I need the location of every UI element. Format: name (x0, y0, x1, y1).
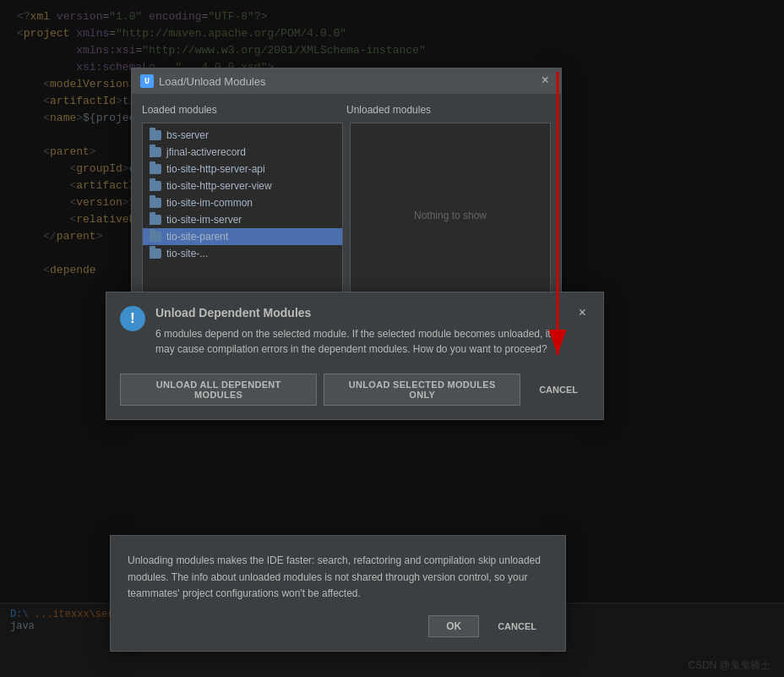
modules-header: Loaded modules Unloaded modules (142, 104, 551, 116)
dependent-title: Unload Dependent Modules (155, 306, 564, 319)
unloaded-modules-label: Unloaded modules (346, 104, 551, 116)
list-item[interactable]: tio-site-parent (143, 228, 342, 245)
folder-icon (150, 130, 161, 140)
modules-content: bs-server jfinal-activerecord tio-site-h… (142, 123, 551, 308)
module-name: tio-site-... (166, 248, 208, 259)
cancel-button[interactable]: CANCEL (527, 374, 590, 406)
folder-icon (150, 181, 161, 191)
ok-button[interactable]: OK (428, 615, 479, 637)
close-icon[interactable]: × (574, 306, 590, 321)
dependent-description: 6 modules depend on the selected module.… (155, 326, 564, 357)
module-name: tio-site-im-server (166, 214, 242, 226)
loaded-modules-list[interactable]: bs-server jfinal-activerecord tio-site-h… (142, 123, 343, 308)
list-item[interactable]: tio-site-... (143, 245, 342, 262)
list-item[interactable]: jfinal-activerecord (143, 144, 342, 161)
list-item[interactable]: tio-site-im-common (143, 194, 342, 211)
dialog-title: Load/Unload Modules (159, 75, 265, 88)
dependent-buttons: UNLOAD ALL DEPENDENT MODULES UNLOAD SELE… (106, 367, 603, 419)
loaded-modules-label: Loaded modules (142, 104, 346, 116)
unloaded-placeholder: Nothing to show (414, 210, 487, 221)
list-item[interactable]: tio-site-http-server-api (143, 161, 342, 177)
info-text: Unloading modules makes the IDE faster: … (128, 553, 548, 602)
info-dialog: Unloading modules makes the IDE faster: … (110, 535, 566, 652)
cancel-button[interactable]: CANCEL (486, 615, 548, 637)
list-item[interactable]: tio-site-im-server (143, 211, 342, 228)
dialog-titlebar: U Load/Unload Modules × (132, 68, 561, 94)
module-name: tio-site-parent (166, 231, 228, 243)
folder-icon (150, 248, 161, 259)
warning-icon: ! (120, 306, 145, 331)
folder-icon (150, 215, 161, 225)
folder-icon (150, 198, 161, 208)
info-buttons: OK CANCEL (128, 615, 548, 637)
dialog-body: Loaded modules Unloaded modules bs-serve… (132, 94, 561, 319)
titlebar-left: U Load/Unload Modules (140, 74, 265, 88)
folder-icon (150, 147, 161, 157)
module-name: tio-site-http-server-api (166, 163, 265, 175)
unload-selected-button[interactable]: UNLOAD SELECTED MODULES ONLY (324, 374, 520, 406)
dialog-app-icon: U (140, 74, 154, 88)
folder-icon (150, 232, 161, 242)
unloaded-modules-panel: Nothing to show (350, 123, 551, 308)
module-name: tio-site-http-server-view (166, 180, 272, 192)
dependent-content: Unload Dependent Modules 6 modules depen… (155, 306, 564, 357)
module-name: bs-server (166, 129, 209, 141)
list-item[interactable]: bs-server (143, 127, 342, 144)
module-name: tio-site-im-common (166, 197, 253, 209)
module-name: jfinal-activerecord (166, 146, 246, 158)
list-item[interactable]: tio-site-http-server-view (143, 177, 342, 194)
close-icon[interactable]: × (537, 73, 553, 90)
unload-all-button[interactable]: UNLOAD ALL DEPENDENT MODULES (120, 374, 317, 406)
dependent-modules-dialog: ! Unload Dependent Modules 6 modules dep… (106, 292, 604, 420)
folder-icon (150, 164, 161, 174)
dependent-header: ! Unload Dependent Modules 6 modules dep… (106, 292, 603, 367)
